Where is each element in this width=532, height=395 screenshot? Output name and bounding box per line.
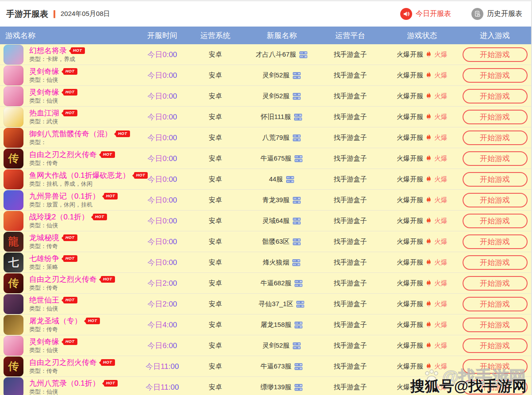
- server-link[interactable]: 灵剑52服: [249, 341, 315, 350]
- server-link[interactable]: 八荒79服: [249, 134, 315, 142]
- server-link[interactable]: 牛逼682服: [249, 279, 315, 288]
- start-game-button[interactable]: 开始游戏: [463, 130, 528, 145]
- server-link[interactable]: 烽火狼烟: [249, 258, 315, 267]
- start-game-button[interactable]: 开始游戏: [463, 47, 528, 62]
- os-label: 安卓: [182, 300, 249, 308]
- server-link[interactable]: 牛逼673服: [249, 362, 315, 371]
- game-icon[interactable]: 龍: [4, 232, 23, 252]
- game-name-link[interactable]: 战玲珑2（0.1折）: [29, 213, 89, 221]
- server-link[interactable]: 才占八斗67服: [249, 50, 315, 59]
- game-meta: 绝世仙王 HOT 类型：仙侠: [29, 296, 77, 311]
- game-name-link[interactable]: 自由之刃之烈火传奇: [29, 151, 97, 158]
- status-label: 火爆开服: [397, 154, 423, 163]
- game-icon[interactable]: [4, 336, 23, 356]
- game-icon[interactable]: [4, 86, 23, 106]
- game-name-link[interactable]: 自由之刃之烈火传奇: [29, 276, 97, 283]
- start-game-button[interactable]: 开始游戏: [463, 276, 528, 291]
- game-icon[interactable]: [4, 190, 23, 210]
- start-game-button[interactable]: 开始游戏: [463, 338, 528, 353]
- game-icon[interactable]: [4, 128, 23, 148]
- status-tag: 火爆: [434, 196, 448, 204]
- start-game-button[interactable]: 开始游戏: [463, 234, 528, 249]
- game-icon[interactable]: 七: [4, 253, 23, 272]
- game-name-link[interactable]: 鱼网大作战（0.1折爆砍恶龙）: [29, 172, 130, 179]
- game-name-link[interactable]: 九州异兽记（0.1折）: [29, 192, 100, 200]
- status-cell: 火爆开服 火爆: [386, 217, 459, 225]
- enter-cell: 开始游戏: [459, 130, 531, 145]
- server-name: 青龙39服: [262, 196, 290, 204]
- game-icon[interactable]: 传: [4, 357, 23, 376]
- game-icon[interactable]: [4, 169, 23, 189]
- game-icon[interactable]: [4, 107, 23, 127]
- game-icon[interactable]: [4, 211, 23, 231]
- table-row: 鱼网大作战（0.1折爆砍恶龙） HOT 类型：挂机，养成，休闲 今日0:00 安…: [0, 169, 531, 190]
- game-icon[interactable]: 传: [4, 273, 23, 293]
- start-game-button[interactable]: 开始游戏: [463, 151, 528, 166]
- game-icon[interactable]: [4, 45, 23, 65]
- status-cell: 火爆开服 火爆: [386, 175, 459, 184]
- game-type-label: 类型：传奇: [29, 285, 115, 291]
- game-icon[interactable]: [4, 294, 23, 314]
- game-name-link[interactable]: 灵剑奇缘: [29, 338, 59, 345]
- server-link[interactable]: 骷髅63区: [249, 238, 315, 246]
- open-time: 今日0:00: [142, 133, 182, 143]
- start-game-button[interactable]: 开始游戏: [463, 318, 528, 332]
- hot-badge: HOT: [63, 234, 77, 241]
- start-game-button[interactable]: 开始游戏: [463, 89, 528, 104]
- os-label: 安卓: [182, 196, 249, 204]
- game-name-link[interactable]: 龙城秘境: [29, 234, 59, 242]
- start-game-button[interactable]: 开始游戏: [463, 255, 528, 270]
- today-schedule-link[interactable]: 今日开服表: [400, 8, 451, 20]
- game-name-link[interactable]: 屠龙圣域（专）: [29, 317, 82, 325]
- start-game-button[interactable]: 开始游戏: [463, 380, 528, 395]
- open-time: 今日2:00: [142, 278, 182, 288]
- server-link[interactable]: 灵剑52服: [249, 71, 315, 80]
- start-game-button[interactable]: 开始游戏: [463, 172, 528, 187]
- game-icon[interactable]: [4, 65, 23, 85]
- game-name-link[interactable]: 自由之刃之烈火传奇: [29, 359, 97, 366]
- game-name-link[interactable]: 绝世仙王: [29, 296, 59, 304]
- game-name-link[interactable]: 灵剑奇缘: [29, 88, 59, 96]
- open-time: 今日0:00: [142, 112, 182, 122]
- game-name-link[interactable]: 御剑八荒骷髅传奇（混）: [29, 130, 112, 138]
- start-game-button[interactable]: 开始游戏: [463, 110, 528, 124]
- start-game-button[interactable]: 开始游戏: [463, 214, 528, 228]
- server-link[interactable]: 怀旧111服: [249, 113, 315, 121]
- start-game-button[interactable]: 开始游戏: [463, 297, 528, 311]
- game-name-link[interactable]: 七雄纷争: [29, 255, 59, 262]
- game-icon[interactable]: [4, 377, 23, 395]
- status-cell: 火爆开服 火爆: [386, 258, 459, 267]
- start-game-button[interactable]: 开始游戏: [463, 68, 528, 83]
- start-game-button[interactable]: 开始游戏: [463, 359, 528, 374]
- game-type-label: 类型：仙侠: [29, 77, 77, 83]
- server-link[interactable]: 青龙39服: [249, 196, 315, 204]
- hot-badge: HOT: [63, 338, 77, 345]
- game-cell: 七 七雄纷争 HOT 类型：策略: [0, 253, 142, 272]
- server-link[interactable]: 寻仙37_1区: [249, 300, 315, 308]
- server-link[interactable]: 44服: [249, 175, 315, 184]
- game-type-label: 类型：挂机，养成，休闲: [29, 181, 148, 187]
- history-schedule-link[interactable]: 历史开服表: [471, 8, 522, 20]
- status-cell: 火爆开服 火爆: [386, 321, 459, 329]
- column-header-server: 新服名称: [249, 31, 315, 41]
- server-link[interactable]: 牛逼675服: [249, 154, 315, 163]
- server-link[interactable]: 灵剑52服: [249, 92, 315, 100]
- game-meta: 鱼网大作战（0.1折爆砍恶龙） HOT 类型：挂机，养成，休闲: [29, 172, 148, 187]
- game-icon[interactable]: [4, 315, 23, 335]
- title-divider: [54, 10, 55, 18]
- game-name-link[interactable]: 幻想名将录: [29, 47, 67, 54]
- server-name: 缥缈139服: [260, 383, 291, 391]
- status-tag: 火爆: [434, 175, 448, 184]
- game-cell: 屠龙圣域（专） HOT 类型：传奇: [0, 315, 142, 335]
- game-name-link[interactable]: 九州八荒录（0.1折）: [29, 380, 100, 387]
- game-name-link[interactable]: 热血江湖: [29, 109, 59, 117]
- game-type-label: 类型：仙侠: [29, 389, 118, 395]
- game-name-link[interactable]: 灵剑奇缘: [29, 68, 59, 75]
- game-icon[interactable]: 传: [4, 149, 23, 169]
- server-link[interactable]: 灵域64服: [249, 217, 315, 225]
- server-link[interactable]: 屠龙158服: [249, 321, 315, 329]
- start-game-button[interactable]: 开始游戏: [463, 193, 528, 207]
- server-name: 灵域64服: [262, 217, 290, 225]
- topbar-links: 今日开服表 历史开服表: [400, 8, 522, 20]
- server-link[interactable]: 缥缈139服: [249, 383, 315, 391]
